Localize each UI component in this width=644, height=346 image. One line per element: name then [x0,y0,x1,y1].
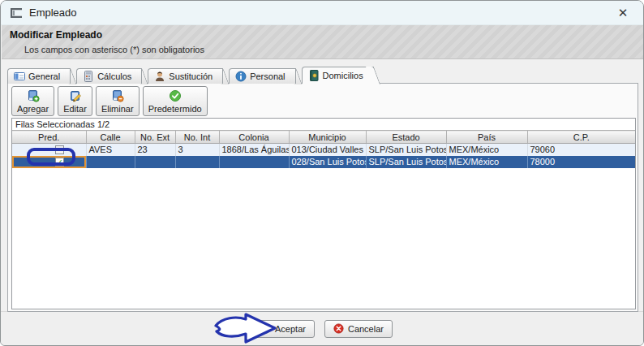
tab-bar: General Cálculos Sustitución [7,67,380,84]
edit-button-label: Editar [63,104,87,114]
edit-button[interactable]: Editar [58,86,92,116]
cell-noext: 23 [135,144,175,156]
cell-noext [135,156,175,168]
set-default-button-label: Predetermido [148,104,202,114]
tab-label: Cálculos [97,71,131,81]
default-check-icon [169,89,182,102]
cancel-button[interactable]: Cancelar [324,320,393,338]
cell-noint: 3 [175,144,219,156]
tab-general[interactable]: General [7,68,71,84]
address-book-icon [308,70,320,81]
delete-button-label: Eliminar [101,104,134,114]
cell-estado: SLP/San Luis Potosí [366,156,446,168]
set-default-button[interactable]: Predetermido [143,86,208,116]
add-record-icon [27,89,40,102]
table-row[interactable]: AVES 23 3 1868/Las Águilas 013/Ciudad Va… [12,144,635,156]
person-icon [154,71,165,82]
cell-municipio: 013/Ciudad Valles [289,144,366,156]
window-title: Empleado [29,6,77,19]
cell-colonia: 1868/Las Águilas [219,144,289,156]
cell-municipio: 028/San Luis Potosí [289,156,366,168]
col-municipio[interactable]: Municipio [289,131,366,144]
tab-calculos[interactable]: Cálculos [76,68,142,84]
app-icon [11,8,22,18]
form-title: Modificar Empleado [10,29,636,41]
tab-label: Sustitución [169,71,213,81]
accept-button-label: Aceptar [275,324,306,334]
cell-estado: SLP/San Luis Potosí [366,144,446,156]
footer-bar: Aceptar Cancelar [1,311,643,345]
tab-domicilios[interactable]: Domicilios [302,67,374,84]
domicilios-panel: Agregar Editar Elimin [7,83,638,312]
form-subtitle: Los campos con asterisco (*) son obligat… [24,45,636,54]
col-colonia[interactable]: Colonia [219,131,289,144]
tab-label: Personal [250,71,285,81]
col-pais[interactable]: País [446,131,527,144]
info-icon [235,71,247,82]
tab-sustitucion[interactable]: Sustitución [148,68,223,84]
title-bar: Empleado ✕ [1,1,643,25]
add-button[interactable]: Agregar [11,86,54,116]
close-icon[interactable]: ✕ [612,6,633,20]
tab-label: Domicilios [323,71,363,80]
cell-pais: MEX/México [446,156,527,168]
col-calle[interactable]: Calle [86,131,135,144]
cell-cp: 78000 [527,156,635,168]
cell-cp: 79060 [527,144,635,156]
cell-calle: AVES [86,144,135,156]
cell-colonia [219,156,289,168]
col-pred[interactable]: Pred. [12,131,86,144]
addresses-grid: Filas Seleccionadas 1/2 Pred. Calle No. … [11,118,636,309]
cell-pais: MEX/México [446,144,527,156]
header-band: Modificar Empleado Los campos con asteri… [2,25,644,59]
form-icon [14,71,25,82]
col-noext[interactable]: No. Ext [135,131,175,144]
annotation-highlight-box [27,148,75,166]
toolbar: Agregar Editar Elimin [11,86,208,116]
grid-header-row: Pred. Calle No. Ext No. Int Colonia Muni… [12,131,635,144]
cancel-button-label: Cancelar [348,324,384,334]
col-noint[interactable]: No. Int [175,131,219,144]
delete-record-icon [111,89,124,102]
cell-noint [175,156,219,168]
col-cp[interactable]: C.P. [527,131,635,144]
calculator-icon [83,71,94,82]
cell-calle [86,156,135,168]
annotation-arrow [214,313,279,344]
add-button-label: Agregar [17,104,49,114]
tab-label: General [28,71,60,81]
employee-dialog: Empleado ✕ Modificar Empleado Los campos… [0,0,644,346]
edit-record-icon [69,89,82,102]
delete-button[interactable]: Eliminar [96,86,140,116]
tab-personal[interactable]: Personal [229,68,295,84]
col-estado[interactable]: Estado [366,131,446,144]
cancel-x-icon [333,323,344,334]
table-row-selected[interactable]: ✓ 028/San Luis Potosí SLP/San Luis Potos… [12,156,635,168]
selected-rows-info: Filas Seleccionadas 1/2 [12,119,635,130]
